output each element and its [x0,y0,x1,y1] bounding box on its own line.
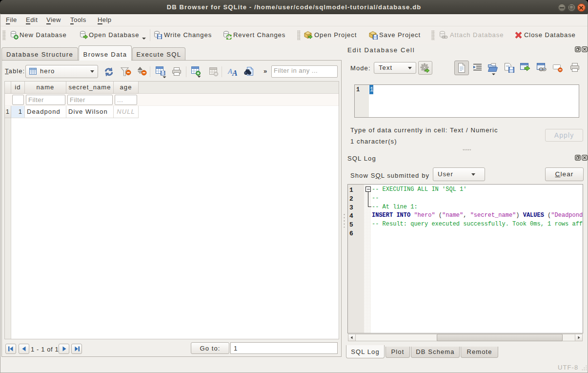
svg-text:A: A [232,69,238,77]
